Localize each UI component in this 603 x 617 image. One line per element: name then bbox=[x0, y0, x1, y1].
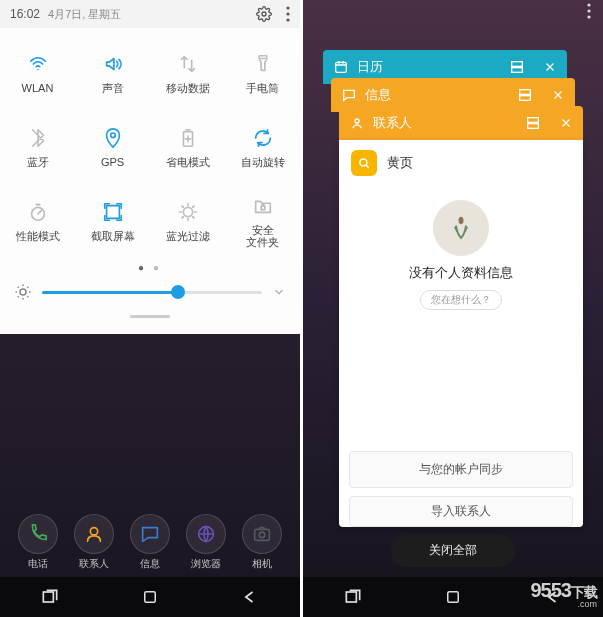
qs-tile-label: 安全 文件夹 bbox=[246, 224, 279, 248]
brightness-icon bbox=[14, 283, 32, 301]
messages-icon bbox=[341, 87, 357, 103]
svg-rect-13 bbox=[255, 529, 270, 540]
bluetooth-icon bbox=[27, 126, 49, 150]
flashlight-icon bbox=[252, 52, 274, 76]
qs-tile-sound[interactable]: 声音 bbox=[75, 36, 150, 110]
split-icon[interactable] bbox=[517, 87, 533, 103]
sound-icon bbox=[102, 52, 124, 76]
split-icon[interactable] bbox=[509, 59, 525, 75]
qs-tile-battery-saver[interactable]: 省电模式 bbox=[150, 110, 225, 184]
page-indicator[interactable]: ● ● bbox=[0, 258, 300, 277]
qs-tile-secure-folder[interactable]: 安全 文件夹 bbox=[225, 184, 300, 258]
navigation-bar bbox=[0, 577, 300, 617]
contacts-app-body: 黄页 没有个人资料信息 您在想什么？ 与您的帐户同步 导入联系人 bbox=[339, 140, 583, 527]
qs-tile-data[interactable]: 移动数据 bbox=[150, 36, 225, 110]
dock-item-contacts[interactable]: 联系人 bbox=[74, 514, 114, 571]
browser-icon bbox=[186, 514, 226, 554]
yellow-pages-row[interactable]: 黄页 bbox=[339, 140, 583, 186]
dock-label: 电话 bbox=[28, 557, 48, 571]
status-pill[interactable]: 您在想什么？ bbox=[420, 290, 502, 310]
device-left: 16:02 4月7日, 星期五 WLAN声音移动数据手电筒蓝牙GPS省电模式自动… bbox=[0, 0, 300, 617]
svg-point-10 bbox=[20, 289, 26, 295]
messages-icon bbox=[130, 514, 170, 554]
panel-handle[interactable] bbox=[130, 315, 170, 318]
qs-tile-rotate[interactable]: 自动旋转 bbox=[225, 110, 300, 184]
svg-rect-16 bbox=[145, 592, 156, 603]
close-icon[interactable] bbox=[543, 60, 557, 74]
dock-item-phone[interactable]: 电话 bbox=[18, 514, 58, 571]
qs-tile-performance[interactable]: 性能模式 bbox=[0, 184, 75, 258]
battery-saver-icon bbox=[177, 126, 199, 150]
dock-label: 信息 bbox=[140, 557, 160, 571]
watermark: 9553下载 .com bbox=[531, 580, 598, 609]
dock-item-messages[interactable]: 信息 bbox=[130, 514, 170, 571]
svg-point-18 bbox=[587, 9, 590, 12]
contacts-icon bbox=[349, 115, 365, 131]
qs-tile-label: 蓝光过滤 bbox=[166, 230, 210, 242]
svg-rect-23 bbox=[520, 90, 531, 95]
qs-tile-wifi[interactable]: WLAN bbox=[0, 36, 75, 110]
date-label: 4月7日, 星期五 bbox=[48, 7, 121, 22]
qs-tile-bluetooth[interactable]: 蓝牙 bbox=[0, 110, 75, 184]
back-button[interactable] bbox=[240, 587, 260, 607]
status-bar: 16:02 4月7日, 星期五 bbox=[0, 0, 300, 28]
svg-rect-21 bbox=[512, 62, 523, 67]
recents-button[interactable] bbox=[343, 587, 363, 607]
svg-point-28 bbox=[360, 159, 367, 166]
sync-button[interactable]: 与您的帐户同步 bbox=[349, 451, 573, 488]
calendar-icon bbox=[333, 59, 349, 75]
avatar[interactable] bbox=[433, 200, 489, 256]
qs-tile-label: 声音 bbox=[102, 82, 124, 94]
svg-point-14 bbox=[259, 532, 265, 538]
wifi-icon bbox=[27, 52, 49, 76]
qs-tile-label: 移动数据 bbox=[166, 82, 210, 94]
close-all-button[interactable]: 关闭全部 bbox=[391, 534, 515, 567]
home-button[interactable] bbox=[444, 588, 462, 606]
qs-tile-label: WLAN bbox=[22, 82, 54, 94]
svg-point-4 bbox=[110, 133, 115, 138]
settings-icon[interactable] bbox=[256, 6, 272, 22]
brightness-slider[interactable] bbox=[42, 291, 262, 294]
app-card-contacts[interactable]: 联系人 bbox=[339, 106, 583, 140]
svg-rect-27 bbox=[528, 124, 539, 129]
import-button[interactable]: 导入联系人 bbox=[349, 496, 573, 527]
yellow-pages-icon bbox=[351, 150, 377, 176]
dock-label: 浏览器 bbox=[191, 557, 221, 571]
svg-point-25 bbox=[355, 119, 359, 123]
dock: 电话联系人信息浏览器相机 bbox=[0, 514, 300, 571]
svg-point-8 bbox=[183, 207, 192, 216]
data-icon bbox=[177, 52, 199, 76]
profile-empty-state: 没有个人资料信息 您在想什么？ bbox=[339, 186, 583, 328]
qs-tile-gps[interactable]: GPS bbox=[75, 110, 150, 184]
dock-item-camera[interactable]: 相机 bbox=[242, 514, 282, 571]
device-right: 日历 信息 联系人 黄页 bbox=[303, 0, 603, 617]
qs-tile-label: 蓝牙 bbox=[27, 156, 49, 168]
brightness-row bbox=[0, 277, 300, 315]
camera-icon bbox=[242, 514, 282, 554]
qs-tile-screenshot[interactable]: 截取屏幕 bbox=[75, 184, 150, 258]
chevron-down-icon[interactable] bbox=[272, 285, 286, 299]
svg-rect-24 bbox=[520, 96, 531, 101]
close-icon[interactable] bbox=[559, 116, 573, 130]
close-icon[interactable] bbox=[551, 88, 565, 102]
more-icon[interactable] bbox=[587, 3, 591, 19]
recents-button[interactable] bbox=[40, 587, 60, 607]
performance-icon bbox=[27, 200, 49, 224]
home-button[interactable] bbox=[141, 588, 159, 606]
contacts-icon bbox=[74, 514, 114, 554]
svg-rect-7 bbox=[106, 206, 119, 219]
qs-tile-flashlight[interactable]: 手电筒 bbox=[225, 36, 300, 110]
qs-tile-bluelight[interactable]: 蓝光过滤 bbox=[150, 184, 225, 258]
gps-icon bbox=[102, 126, 124, 150]
more-icon[interactable] bbox=[286, 6, 290, 22]
card-title: 信息 bbox=[365, 86, 509, 104]
qs-tile-label: 性能模式 bbox=[16, 230, 60, 242]
svg-rect-29 bbox=[347, 592, 357, 602]
qs-tile-label: 自动旋转 bbox=[241, 156, 285, 168]
split-icon[interactable] bbox=[525, 115, 541, 131]
card-title: 日历 bbox=[357, 58, 501, 76]
dock-item-browser[interactable]: 浏览器 bbox=[186, 514, 226, 571]
quick-settings-panel: WLAN声音移动数据手电筒蓝牙GPS省电模式自动旋转性能模式截取屏幕蓝光过滤安全… bbox=[0, 28, 300, 334]
phone-icon bbox=[18, 514, 58, 554]
svg-rect-20 bbox=[336, 62, 347, 72]
